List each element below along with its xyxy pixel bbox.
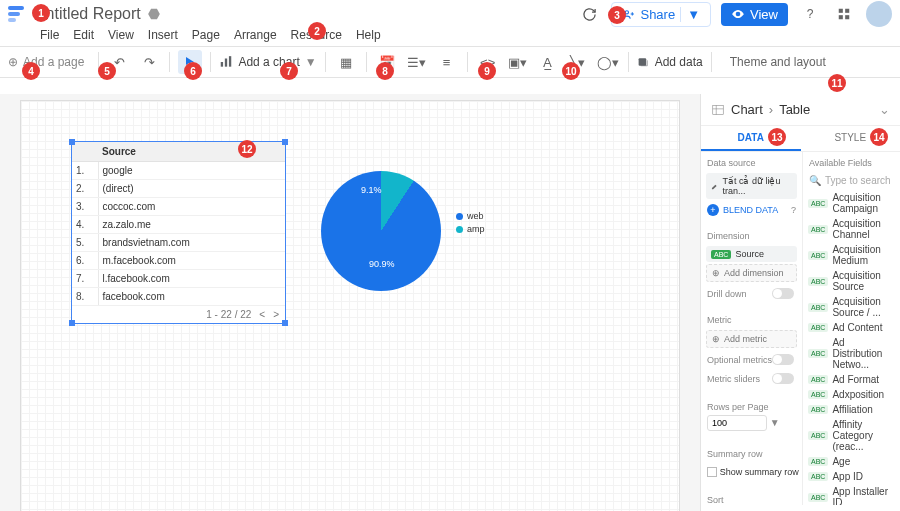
table-header-source[interactable]: Source (98, 142, 285, 162)
add-data-button[interactable]: Add data (637, 55, 703, 69)
add-dimension-button[interactable]: ⊕Add dimension (706, 264, 797, 282)
table-row[interactable]: 7.l.facebook.com (72, 270, 285, 288)
section-sort: Sort (701, 489, 802, 505)
annotation-7: 7 (280, 62, 298, 80)
drill-down-toggle[interactable] (772, 288, 794, 299)
redo-button[interactable]: ↷ (137, 50, 161, 74)
add-chart-button[interactable]: Add a chart ▼ (219, 55, 316, 69)
metric-sliders-toggle[interactable] (772, 373, 794, 384)
menu-page[interactable]: Page (192, 28, 220, 42)
menu-edit[interactable]: Edit (73, 28, 94, 42)
view-button[interactable]: View (721, 3, 788, 26)
report-canvas[interactable]: Source 1.google2.(direct)3.coccoc.com4.z… (20, 100, 680, 511)
report-title[interactable]: Untitled Report (34, 5, 141, 23)
field-item[interactable]: ABCAd Format (803, 372, 900, 387)
annotation-4: 4 (22, 62, 40, 80)
table-component[interactable]: Source 1.google2.(direct)3.coccoc.com4.z… (71, 141, 286, 324)
menu-file[interactable]: File (40, 28, 59, 42)
shape-button[interactable]: ◯▾ (596, 50, 620, 74)
field-item[interactable]: ABCApp Installer ID (803, 484, 900, 505)
avatar[interactable] (866, 1, 892, 27)
menu-bar: FileEditViewInsertPageArrangeResourceHel… (0, 28, 900, 46)
menu-arrange[interactable]: Arrange (234, 28, 277, 42)
community-viz-button[interactable]: ▦ (334, 50, 358, 74)
section-rows-per-page: Rows per Page (701, 396, 802, 415)
info-icon[interactable]: ? (791, 205, 796, 215)
annotation-9: 9 (478, 62, 496, 80)
share-dropdown-icon[interactable]: ▼ (680, 7, 700, 22)
text-button[interactable]: A̲ (536, 50, 560, 74)
pie-slice-label-amp: 9.1% (361, 185, 382, 195)
annotation-13: 13 (768, 128, 786, 146)
add-page-button[interactable]: ⊕ Add a page (8, 55, 84, 69)
field-item[interactable]: ABCAd Content (803, 320, 900, 335)
pie-slice-label-web: 90.9% (369, 259, 395, 269)
table-row[interactable]: 2.(direct) (72, 180, 285, 198)
svg-rect-2 (845, 9, 849, 13)
menu-help[interactable]: Help (356, 28, 381, 42)
field-item[interactable]: ABCAffinity Category (reac... (803, 417, 900, 454)
add-metric-button[interactable]: ⊕Add metric (706, 330, 797, 348)
field-item[interactable]: ABCAcquisition Source / ... (803, 294, 900, 320)
field-item[interactable]: ABCAcquisition Channel (803, 216, 900, 242)
pie-chart: 9.1% 90.9% (321, 171, 441, 291)
svg-rect-3 (839, 15, 843, 19)
metric-sliders-row: Metric sliders (701, 369, 802, 388)
refresh-button[interactable] (577, 2, 601, 26)
table-row[interactable]: 6.m.facebook.com (72, 252, 285, 270)
filter-control-button[interactable]: ☰▾ (405, 50, 429, 74)
help-icon[interactable]: ? (798, 2, 822, 26)
plus-icon: ⊕ (8, 55, 18, 69)
chevron-down-icon[interactable]: ⌄ (879, 102, 890, 117)
pager-prev[interactable]: < (259, 309, 265, 320)
data-source-chip[interactable]: Tất cả dữ liệu tran... (706, 173, 797, 199)
field-item[interactable]: ABCAge (803, 454, 900, 469)
table-row[interactable]: 4.za.zalo.me (72, 216, 285, 234)
svg-rect-1 (839, 9, 843, 13)
table-row[interactable]: 8.facebook.com (72, 288, 285, 306)
annotation-12: 12 (238, 140, 256, 158)
section-available-fields: Available Fields (803, 152, 900, 171)
apps-icon[interactable] (832, 2, 856, 26)
svg-rect-9 (713, 105, 724, 114)
dimension-chip[interactable]: ABCSource (706, 246, 797, 262)
pager-next[interactable]: > (273, 309, 279, 320)
summary-row-checkbox[interactable]: Show summary row (701, 462, 802, 481)
pencil-icon (711, 182, 718, 191)
image-button[interactable]: ▣▾ (506, 50, 530, 74)
table-pager: 1 - 22 / 22 < > (72, 306, 285, 323)
field-item[interactable]: ABCAcquisition Source (803, 268, 900, 294)
field-item[interactable]: ABCAffiliation (803, 402, 900, 417)
table-row[interactable]: 5.brandsvietnam.com (72, 234, 285, 252)
blend-data-button[interactable]: + BLEND DATA ? (701, 201, 802, 219)
field-item[interactable]: ABCApp ID (803, 469, 900, 484)
theme-layout-button[interactable]: Theme and layout (730, 55, 826, 69)
menu-view[interactable]: View (108, 28, 134, 42)
field-search[interactable]: 🔍 Type to search (803, 171, 900, 190)
table-row[interactable]: 3.coccoc.com (72, 198, 285, 216)
rows-per-page-input[interactable] (707, 415, 767, 431)
field-item[interactable]: ABCAdxposition (803, 387, 900, 402)
pager-text: 1 - 22 / 22 (206, 309, 251, 320)
optional-metrics-toggle[interactable] (772, 354, 794, 365)
section-summary: Summary row (701, 443, 802, 462)
annotation-10: 10 (562, 62, 580, 80)
eye-icon (731, 7, 745, 21)
panel-breadcrumb: Chart › Table ⌄ (701, 94, 900, 126)
table-row[interactable]: 1.google (72, 162, 285, 180)
svg-rect-6 (225, 59, 227, 67)
drill-down-row: Drill down (701, 284, 802, 303)
section-data-source: Data source (701, 152, 802, 171)
field-item[interactable]: ABCAcquisition Campaign (803, 190, 900, 216)
field-item[interactable]: ABCAd Distribution Netwo... (803, 335, 900, 372)
menu-insert[interactable]: Insert (148, 28, 178, 42)
svg-rect-7 (229, 56, 231, 66)
pie-chart-component[interactable]: 9.1% 90.9% web amp (321, 171, 441, 291)
data-icon (637, 56, 650, 69)
share-button[interactable]: Share ▼ (611, 2, 711, 27)
data-control-button[interactable]: ≡ (435, 50, 459, 74)
field-item[interactable]: ABCAcquisition Medium (803, 242, 900, 268)
annotation-3: 3 (608, 6, 626, 24)
search-icon: 🔍 (809, 175, 821, 186)
workspace: Source 1.google2.(direct)3.coccoc.com4.z… (0, 94, 700, 511)
